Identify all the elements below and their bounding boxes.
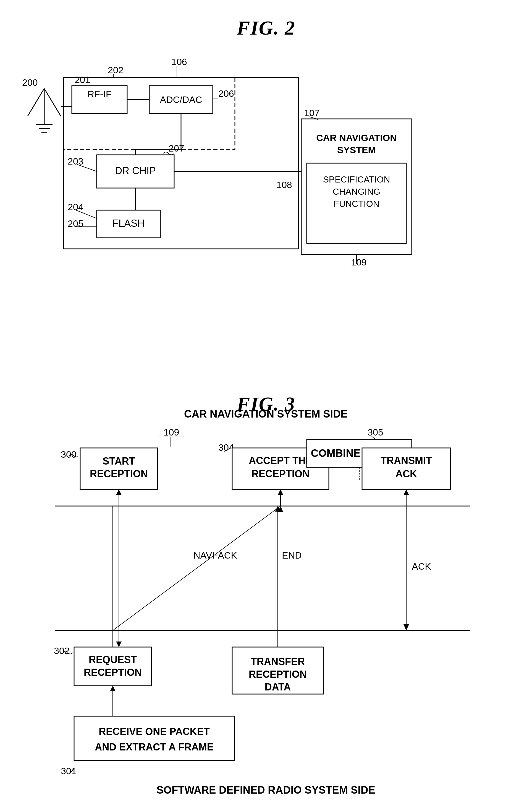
ref304-label: 304 [218,442,234,453]
ref106-label: 106 [171,56,187,67]
adcdac-label: ADC/DAC [160,94,202,105]
request-reception-text2: RECEPTION [84,667,142,678]
transfer-data-text1: TRANSFER [251,656,305,667]
accept-reception-text1: ACCEPT THE [249,455,312,466]
start-reception-text1: START [102,455,135,467]
spec-change-text2: CHANGING [333,187,380,197]
ref302-label: 302 [54,646,70,656]
transmit-ack-text2: ACK [396,468,417,480]
fig2-section: FIG. 2 200 202 106 RF-IF 201 [0,0,532,381]
end-label: END [282,550,302,560]
ref107-label: 107 [304,108,320,118]
ref108-label: 108 [277,180,292,190]
ref200-label: 200 [22,77,38,88]
ack-arrow [403,624,409,631]
drchip-label: DR CHIP [115,165,156,176]
start-reception-text2: RECEPTION [90,468,148,480]
software-radio-side-label: SOFTWARE DEFINED RADIO SYSTEM SIDE [156,784,375,796]
car-nav-side-label: CAR NAVIGATION SYSTEM SIDE [184,408,348,420]
transfer-data-text2: RECEPTION [249,669,307,680]
ref305-label: 305 [367,427,383,437]
car-nav-text1: CAR NAVIGATION [316,132,397,143]
navi-ack-line [113,506,281,631]
ref109-fig3-label: 109 [164,427,179,437]
ref207-label: 207 [169,143,184,153]
rfif-label: RF-IF [88,89,112,99]
transfer-data-text3: DATA [265,681,291,693]
ref301-label: 301 [61,766,77,776]
svg-line-2 [44,89,61,116]
ref204-label: 204 [68,202,83,212]
start-reception-arrow-up [116,489,121,495]
ref300-label: 300 [61,449,77,460]
spec-change-text3: FUNCTION [334,199,379,209]
transmit-ack-text1: TRANSMIT [381,455,432,466]
navi-ack-label: NAVI-ACK [193,550,237,560]
car-nav-text2: SYSTEM [337,145,376,155]
antenna-symbol [27,89,61,133]
fig3-section: FIG. 3 CAR NAVIGATION SYSTEM SIDE 109 30… [0,381,532,803]
fig2-diagram: 200 202 106 RF-IF 201 ADC/DAC 206 DR CHI… [0,0,532,381]
ref202-label: 202 [108,65,124,75]
ack-label: ACK [412,561,431,572]
flash-label: FLASH [113,218,145,229]
ref203-label: 203 [68,156,83,166]
receive-packet-text1: RECEIVE ONE PACKET [99,726,209,737]
ref206-label: 206 [218,88,234,99]
spec-change-text1: SPECIFICATION [323,174,390,184]
svg-line-13 [76,210,97,219]
ref201-label: 201 [75,74,90,85]
svg-line-1 [27,89,44,116]
accept-reception-text2: RECEPTION [251,468,309,480]
request-reception-text1: REQUEST [89,654,137,665]
packet-arrow-up [110,686,115,691]
transmit-ack-arrow-up [403,489,409,495]
fig3-diagram: CAR NAVIGATION SYSTEM SIDE 109 300 START… [0,381,532,803]
request-reception-block [74,647,151,686]
receive-packet-text2: AND EXTRACT A FRAME [95,741,213,753]
svg-line-10 [77,165,97,171]
ref205-label: 205 [68,218,83,229]
accept-reception-arrow-up [278,489,283,495]
receive-packet-block [74,716,234,761]
car-nav-down-arrow [116,641,121,647]
ref109-label: 109 [351,257,367,267]
